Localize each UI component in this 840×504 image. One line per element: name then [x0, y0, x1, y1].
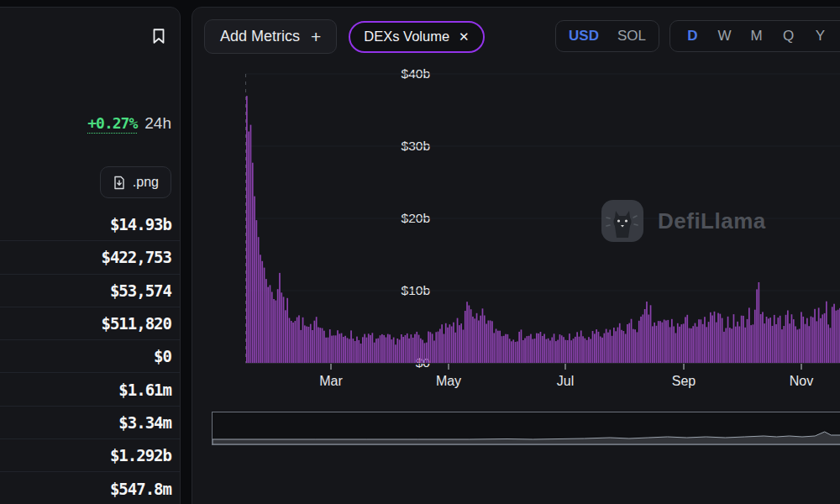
- volume-bar: [302, 318, 304, 363]
- add-metrics-button[interactable]: Add Metrics +: [204, 19, 337, 54]
- volume-bar: [350, 330, 352, 363]
- volume-bar: [297, 318, 298, 363]
- volume-bar: [463, 330, 465, 364]
- sidebar-panel: +0.27% 24h .png $14.93b$422,753$53,574$5…: [0, 7, 181, 504]
- volume-bar: [675, 333, 677, 364]
- timeline-brush[interactable]: [212, 412, 840, 445]
- volume-bar: [548, 339, 549, 363]
- volume-bar: [609, 330, 611, 364]
- volume-bar: [795, 326, 796, 363]
- table-row: $0: [0, 340, 180, 373]
- volume-bar: [328, 338, 329, 363]
- volume-bar: [826, 302, 827, 363]
- volume-bar: [465, 311, 466, 363]
- volume-bar: [640, 317, 642, 363]
- close-icon[interactable]: ✕: [459, 29, 470, 45]
- volume-bar: [428, 332, 429, 364]
- volume-bar: [747, 319, 748, 363]
- volume-bar: [343, 337, 344, 363]
- volume-bar: [623, 331, 625, 363]
- volume-bar: [306, 327, 307, 364]
- volume-bar: [667, 320, 669, 363]
- volume-bar: [270, 285, 271, 363]
- volume-bar: [300, 330, 302, 363]
- volume-bar: [677, 323, 679, 363]
- volume-bar: [650, 305, 652, 363]
- volume-bar: [816, 321, 818, 363]
- volume-bar: [565, 340, 567, 363]
- time-option-w[interactable]: W: [715, 28, 734, 45]
- volume-bar: [308, 327, 310, 363]
- volume-bar: [743, 316, 744, 363]
- volume-bar: [759, 282, 760, 363]
- volume-bar: [820, 318, 822, 363]
- time-option-q[interactable]: Q: [779, 28, 798, 45]
- volume-bar: [557, 340, 559, 363]
- volume-bar: [717, 313, 719, 363]
- volume-bar: [793, 319, 795, 363]
- volume-bar: [582, 336, 584, 363]
- time-option-y[interactable]: Y: [811, 28, 830, 45]
- volume-bar: [628, 323, 630, 363]
- volume-bar: [606, 329, 607, 363]
- volume-bar: [594, 333, 596, 363]
- chart-plot[interactable]: [245, 72, 840, 370]
- volume-bar: [768, 318, 769, 363]
- volume-bar: [399, 339, 401, 363]
- volume-bar: [741, 316, 743, 363]
- volume-bar: [393, 338, 395, 363]
- export-png-button[interactable]: .png: [100, 166, 171, 198]
- bookmark-button[interactable]: [148, 26, 170, 48]
- volume-bar: [538, 333, 539, 363]
- volume-bar: [454, 333, 456, 363]
- volume-bar: [797, 329, 799, 363]
- volume-bar: [753, 324, 754, 363]
- volume-bar: [775, 324, 777, 363]
- bookmark-icon: [150, 27, 168, 45]
- volume-bar: [279, 273, 281, 363]
- table-row: $14.93b: [0, 208, 180, 241]
- volume-bar: [643, 314, 644, 363]
- add-metrics-label: Add Metrics: [220, 28, 300, 45]
- volume-bar: [671, 319, 673, 363]
- volume-bar: [812, 318, 814, 363]
- volume-bar: [283, 297, 285, 363]
- volume-bar: [482, 308, 484, 363]
- currency-option-sol[interactable]: SOL: [617, 28, 646, 45]
- volume-bar: [575, 337, 576, 363]
- volume-bar: [772, 326, 774, 363]
- volume-bar: [511, 341, 512, 363]
- volume-bar: [469, 306, 470, 364]
- volume-bar: [491, 321, 493, 363]
- metric-chip-dexs-volume[interactable]: DEXs Volume ✕: [349, 21, 484, 53]
- volume-bar: [486, 324, 487, 364]
- volume-bar: [532, 339, 533, 363]
- volume-bar: [702, 324, 704, 363]
- volume-bar: [780, 316, 781, 363]
- volume-bar: [484, 316, 486, 364]
- volume-bar: [696, 327, 698, 363]
- volume-bar: [432, 333, 433, 363]
- volume-bar: [701, 319, 702, 363]
- volume-bar: [673, 327, 675, 364]
- volume-bar: [592, 331, 594, 363]
- time-option-d[interactable]: D: [683, 28, 702, 45]
- volume-bar: [832, 307, 833, 363]
- volume-bar: [698, 319, 700, 363]
- volume-bar: [441, 324, 443, 363]
- volume-bar: [470, 309, 472, 363]
- volume-bar: [621, 330, 622, 363]
- change-value[interactable]: +0.27%: [87, 114, 137, 132]
- volume-bar: [791, 314, 793, 363]
- x-axis-tick-label: Nov: [776, 374, 827, 389]
- volume-bar: [457, 318, 459, 363]
- volume-bar: [424, 343, 426, 363]
- volume-bar: [323, 331, 325, 363]
- volume-bar: [731, 328, 732, 363]
- volume-bar: [422, 340, 423, 363]
- volume-bar: [370, 335, 371, 363]
- volume-bar: [402, 337, 404, 363]
- currency-option-usd[interactable]: USD: [569, 28, 599, 45]
- time-option-m[interactable]: M: [747, 28, 766, 45]
- volume-bar: [766, 317, 768, 363]
